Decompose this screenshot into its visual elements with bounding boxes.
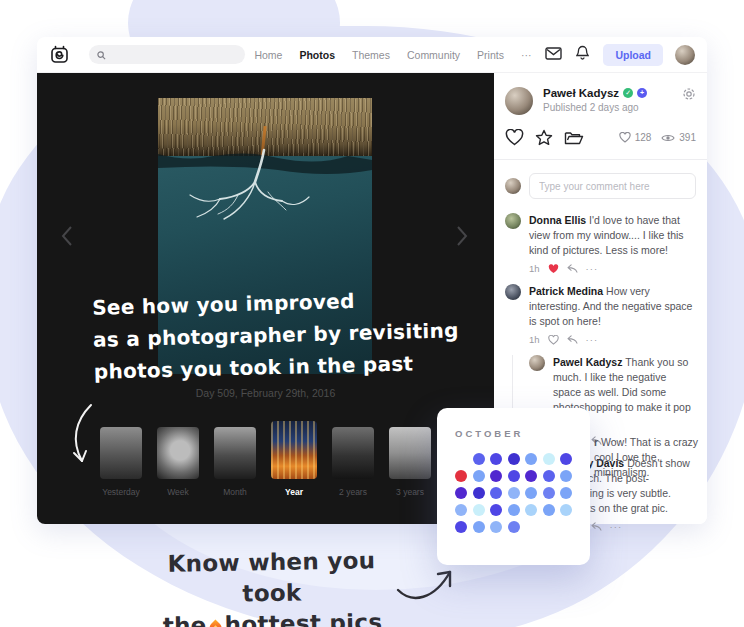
comment-input[interactable] [529, 173, 696, 199]
nav-item-community[interactable]: Community [407, 49, 460, 61]
comment-time: 1h [529, 334, 540, 345]
navbar: Home Photos Themes Community Prints ··· … [37, 37, 707, 73]
nav-item-prints[interactable]: Prints [477, 49, 504, 61]
commenter-name-fragment: r [594, 436, 601, 448]
thumbnail-image [157, 427, 199, 479]
calendar-day-dot [508, 470, 520, 482]
commenter-name[interactable]: Patrick Medina [529, 285, 603, 297]
thumbnail-label: Month [223, 487, 247, 497]
calendar-dot-grid [455, 453, 572, 533]
photo-stats: 128 391 [619, 132, 696, 143]
search-input[interactable] [112, 48, 237, 61]
thumbnail-2-years[interactable]: 2 years [332, 427, 374, 497]
calendar-day-dot [543, 470, 555, 482]
comment-patrick-medina: Patrick Medina How very interesting. And… [505, 284, 696, 329]
prev-photo-chevron[interactable] [61, 225, 75, 249]
callout-line: thehottest pics [142, 607, 403, 627]
reply-icon[interactable] [567, 264, 578, 273]
heart-outline-icon[interactable] [548, 335, 559, 345]
published-time: Published 2 days ago [543, 102, 682, 113]
likes-count: 128 [619, 132, 652, 143]
commenter-avatar[interactable] [529, 355, 545, 371]
app-window: Home Photos Themes Community Prints ··· … [37, 37, 707, 524]
commenter-avatar[interactable] [505, 284, 521, 300]
up-curved-arrow [396, 562, 458, 608]
bell-icon[interactable] [576, 45, 589, 64]
thumbnail-label: Yesterday [102, 487, 140, 497]
callout-line: Know when you took [141, 545, 402, 612]
calendar-day-dot [508, 521, 520, 533]
reply-icon[interactable] [591, 522, 602, 531]
photo-actions: 128 391 [505, 129, 696, 146]
comment-more-icon[interactable]: ··· [586, 334, 599, 345]
comment-partially-hidden: r Wow! That is a crazy cool Love the min… [594, 435, 706, 480]
comment-more-icon[interactable]: ··· [610, 521, 623, 532]
thumbnail-3-years[interactable]: 3 years [389, 427, 431, 497]
calendar-day-dot [560, 453, 572, 465]
author-header: Paweł Kadysz ✓ + Published 2 days ago [505, 87, 696, 115]
author-name[interactable]: Paweł Kadysz [543, 87, 619, 99]
calendar-day-dot [543, 487, 555, 499]
comment-more-icon[interactable]: ··· [586, 263, 599, 274]
improve-callout-text: See how you improved as a photographer b… [92, 282, 460, 388]
calendar-day-dot [473, 521, 485, 533]
comment-meta: 1h ··· [529, 334, 696, 345]
mail-icon[interactable] [545, 46, 562, 64]
commenter-name[interactable]: Donna Ellis [529, 214, 586, 226]
calendar-day-empty [525, 521, 537, 533]
thumbnail-month[interactable]: Month [214, 427, 256, 497]
calendar-month-title: OCTOBER [455, 428, 572, 439]
calendar-day-dot [560, 487, 572, 499]
page: Home Photos Themes Community Prints ··· … [0, 0, 744, 627]
comment-donna-ellis: Donna Ellis I'd love to have that view f… [505, 213, 696, 258]
calendar-day-empty [455, 453, 467, 465]
thumbnail-label: 2 years [339, 487, 367, 497]
like-heart-icon[interactable] [505, 129, 524, 146]
gear-icon[interactable] [682, 87, 696, 105]
thumbnail-yesterday[interactable]: Yesterday [100, 427, 142, 497]
add-to-folder-icon[interactable] [564, 130, 584, 146]
nav-item-more[interactable]: ··· [521, 49, 532, 61]
commenter-name[interactable]: Pawel Kadysz [553, 356, 622, 368]
calendar-day-dot [560, 470, 572, 482]
thumbnail-image [389, 427, 431, 479]
commenter-avatar[interactable] [505, 213, 521, 229]
calendar-day-dot [473, 504, 485, 516]
calendar-day-dot [455, 521, 467, 533]
author-avatar[interactable] [505, 87, 533, 115]
views-count: 391 [661, 132, 696, 143]
favorite-star-icon[interactable] [535, 129, 553, 146]
fire-emoji [207, 620, 224, 627]
thumbnail-image [214, 427, 256, 479]
verified-badge-icon: ✓ [623, 88, 633, 98]
upload-button[interactable]: Upload [603, 44, 663, 66]
thumbnail-image [100, 427, 142, 479]
thumbnail-image [332, 427, 374, 479]
likes-value: 128 [635, 132, 652, 143]
calendar-day-dot [508, 487, 520, 499]
next-photo-chevron[interactable] [456, 225, 470, 249]
calendar-day-dot [543, 504, 555, 516]
heart-filled-icon[interactable] [548, 264, 559, 274]
calendar-day-dot [525, 453, 537, 465]
nav-icons [545, 45, 589, 64]
nav-item-themes[interactable]: Themes [352, 49, 390, 61]
nav-item-photos[interactable]: Photos [299, 49, 335, 61]
calendar-day-dot [525, 504, 537, 516]
thumbnail-label: Year [285, 487, 303, 497]
calendar-day-dot [560, 504, 572, 516]
thumbnail-year[interactable]: Year [271, 421, 317, 497]
current-user-avatar[interactable] [675, 45, 695, 65]
photo-day-caption: Day 509, February 29th, 2016 [37, 387, 494, 399]
calendar-day-dot [455, 504, 467, 516]
thumbnail-label: 3 years [396, 487, 424, 497]
calendar-day-dot [490, 487, 502, 499]
search-bar[interactable] [89, 45, 245, 64]
tookapic-logo-icon[interactable] [49, 44, 71, 65]
reply-icon[interactable] [567, 335, 578, 344]
nav-item-home[interactable]: Home [254, 49, 282, 61]
timeline-thumbnails: Yesterday Week Month Year [37, 421, 494, 497]
comment-meta: 1h ··· [529, 263, 696, 274]
thumbnail-week[interactable]: Week [157, 427, 199, 497]
composer-avatar [505, 178, 521, 194]
